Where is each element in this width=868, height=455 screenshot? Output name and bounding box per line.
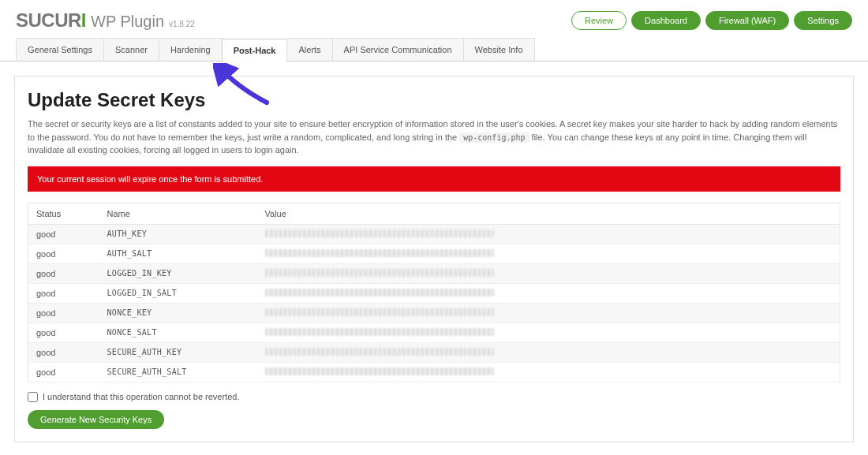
product-name: WP Plugin (91, 13, 164, 31)
tab-api-service[interactable]: API Service Communication (332, 38, 464, 61)
key-name-cell: NONCE_KEY (99, 303, 257, 323)
redacted-value (265, 229, 494, 237)
status-cell: good (28, 244, 99, 263)
table-row: goodAUTH_KEY (28, 224, 840, 244)
key-value-cell (257, 283, 840, 303)
top-actions: Review Dashboard Firewall (WAF) Settings (571, 11, 852, 30)
redacted-value (265, 328, 494, 336)
confirm-irreversible-label: I understand that this operation cannot … (43, 392, 240, 401)
firewall-button[interactable]: Firewall (WAF) (705, 11, 789, 30)
key-value-cell (257, 224, 840, 244)
status-cell: good (28, 362, 99, 382)
wp-config-code: wp-config.php (459, 132, 529, 143)
status-cell: good (28, 323, 99, 342)
table-row: goodSECURE_AUTH_KEY (28, 342, 840, 362)
tab-general-settings[interactable]: General Settings (16, 38, 104, 61)
secret-keys-description: The secret or security keys are a list o… (28, 117, 840, 157)
secret-keys-table: Status Name Value goodAUTH_KEYgoodAUTH_S… (28, 203, 840, 382)
logo: SUCURI WP Plugin v1.8.22 (16, 9, 195, 32)
redacted-value (265, 308, 494, 316)
redacted-value (265, 348, 494, 356)
key-name-cell: SECURE_AUTH_KEY (99, 342, 257, 362)
table-row: goodSECURE_AUTH_SALT (28, 362, 840, 382)
redacted-value (265, 367, 494, 375)
table-row: goodAUTH_SALT (28, 244, 840, 263)
key-name-cell: LOGGED_IN_SALT (99, 283, 257, 303)
key-value-cell (257, 362, 840, 382)
status-cell: good (28, 303, 99, 323)
key-value-cell (257, 303, 840, 323)
table-row: goodNONCE_KEY (28, 303, 840, 323)
redacted-value (265, 289, 494, 296)
status-cell: good (28, 224, 99, 244)
redacted-value (265, 269, 494, 277)
key-name-cell: NONCE_SALT (99, 323, 257, 342)
tab-scanner[interactable]: Scanner (103, 38, 159, 61)
secret-keys-panel: Update Secret Keys The secret or securit… (14, 76, 854, 442)
table-row: goodNONCE_SALT (28, 323, 840, 342)
col-value: Value (257, 203, 840, 224)
col-name: Name (99, 203, 257, 224)
status-cell: good (28, 342, 99, 362)
version-label: v1.8.22 (169, 20, 195, 28)
secret-keys-title: Update Secret Keys (28, 89, 840, 111)
key-name-cell: AUTH_KEY (99, 224, 257, 244)
redacted-value (265, 249, 494, 257)
table-row: goodLOGGED_IN_SALT (28, 283, 840, 303)
review-button[interactable]: Review (571, 11, 627, 30)
dashboard-button[interactable]: Dashboard (631, 11, 701, 30)
session-expire-alert: Your current session will expire once th… (28, 166, 840, 192)
tab-bar: General Settings Scanner Hardening Post-… (0, 38, 868, 62)
status-cell: good (28, 283, 99, 303)
tab-website-info[interactable]: Website Info (463, 38, 535, 61)
key-value-cell (257, 244, 840, 263)
key-value-cell (257, 342, 840, 362)
settings-button[interactable]: Settings (794, 11, 852, 30)
tab-alerts[interactable]: Alerts (286, 38, 332, 61)
key-name-cell: AUTH_SALT (99, 244, 257, 263)
col-status: Status (28, 203, 99, 224)
confirm-irreversible-checkbox[interactable] (28, 392, 38, 402)
key-name-cell: SECURE_AUTH_SALT (99, 362, 257, 382)
tab-hardening[interactable]: Hardening (159, 38, 223, 61)
key-value-cell (257, 323, 840, 342)
tab-post-hack[interactable]: Post-Hack (222, 39, 288, 62)
table-row: goodLOGGED_IN_KEY (28, 263, 840, 283)
key-value-cell (257, 263, 840, 283)
status-cell: good (28, 263, 99, 283)
generate-keys-button[interactable]: Generate New Security Keys (28, 410, 164, 429)
key-name-cell: LOGGED_IN_KEY (99, 263, 257, 283)
